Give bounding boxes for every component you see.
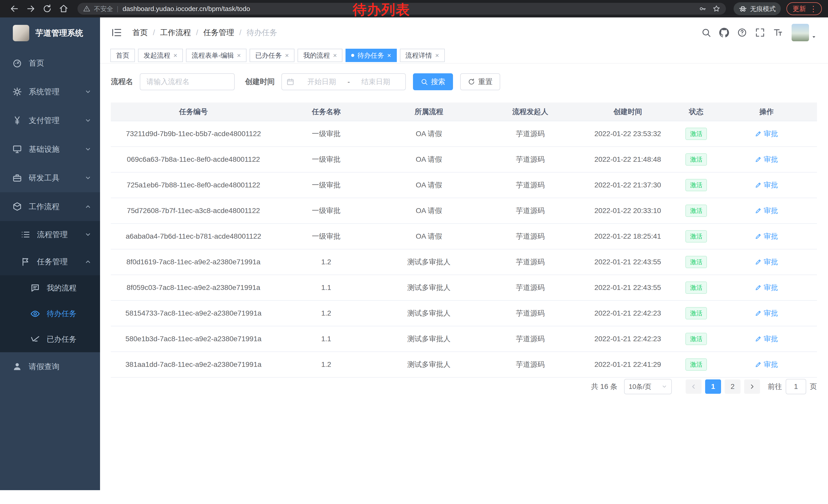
goto-page-input[interactable] bbox=[786, 379, 806, 394]
cell-status: 激活 bbox=[676, 352, 716, 377]
approve-link[interactable]: 审批 bbox=[755, 206, 778, 216]
update-button[interactable]: 更新 ⋮ bbox=[786, 2, 822, 15]
font-size-icon[interactable] bbox=[773, 28, 783, 37]
tab-4[interactable]: 我的流程× bbox=[297, 49, 342, 62]
approve-link[interactable]: 审批 bbox=[755, 334, 778, 344]
sidebar-item-task-management[interactable]: 任务管理 bbox=[0, 248, 100, 275]
sidebar-item-label: 研发工具 bbox=[29, 173, 59, 183]
date-range-picker[interactable]: 开始日期 - 结束日期 bbox=[281, 73, 406, 90]
page-size-select[interactable]: 10条/页 bbox=[624, 379, 672, 394]
monitor-icon bbox=[12, 144, 22, 154]
tab-6[interactable]: 流程详情× bbox=[400, 49, 445, 62]
tab-close-icon[interactable]: × bbox=[237, 52, 241, 59]
edit-icon bbox=[755, 131, 761, 137]
breadcrumb-item[interactable]: 首页 bbox=[132, 28, 148, 38]
sidebar-item-done-tasks[interactable]: 已办任务 bbox=[0, 327, 100, 352]
breadcrumb-current: 待办任务 bbox=[247, 28, 277, 38]
edit-icon bbox=[755, 233, 761, 240]
sidebar-collapse-icon[interactable] bbox=[111, 27, 122, 38]
search-button[interactable]: 搜索 bbox=[413, 73, 453, 90]
sidebar-item-label: 任务管理 bbox=[37, 257, 68, 267]
logo-row[interactable]: 芋道管理系统 bbox=[0, 17, 100, 49]
edit-icon bbox=[755, 259, 761, 265]
chevron-down-icon bbox=[662, 384, 667, 390]
next-page-button[interactable] bbox=[744, 379, 760, 394]
url-text[interactable]: dashboard.yudao.iocoder.cn/bpm/task/todo bbox=[123, 5, 250, 13]
tab-1[interactable]: 发起流程× bbox=[138, 49, 183, 62]
approve-link[interactable]: 审批 bbox=[755, 257, 778, 267]
fullscreen-icon[interactable] bbox=[755, 28, 765, 37]
cell-process: OA 请假 bbox=[376, 172, 482, 198]
browser-menu-icon[interactable]: ⋮ bbox=[810, 4, 817, 13]
breadcrumb-item[interactable]: 任务管理 bbox=[203, 28, 234, 38]
approve-link[interactable]: 审批 bbox=[755, 129, 778, 139]
tab-close-icon[interactable]: × bbox=[285, 52, 289, 59]
yen-icon bbox=[12, 116, 22, 125]
sidebar-item-my-process[interactable]: 我的流程 bbox=[0, 275, 100, 301]
tab-3[interactable]: 已办任务× bbox=[250, 49, 294, 62]
help-icon[interactable] bbox=[737, 28, 747, 37]
active-tab-dot bbox=[351, 54, 354, 57]
approve-link[interactable]: 审批 bbox=[755, 283, 778, 292]
start-date-placeholder[interactable]: 开始日期 bbox=[297, 77, 346, 87]
sidebar-item-devtools[interactable]: 研发工具 bbox=[0, 164, 100, 192]
cell-status: 激活 bbox=[676, 326, 716, 352]
breadcrumb-item[interactable]: 工作流程 bbox=[160, 28, 191, 38]
calendar-icon bbox=[287, 78, 294, 86]
page-button-2[interactable]: 2 bbox=[724, 379, 741, 394]
approve-link[interactable]: 审批 bbox=[755, 180, 778, 190]
avatar-caret-icon[interactable] bbox=[811, 34, 817, 40]
page-button-1[interactable]: 1 bbox=[705, 379, 721, 394]
sidebar-item-payment[interactable]: 支付管理 bbox=[0, 106, 100, 135]
table-row: 8f0d1619-7ac8-11ec-a9e2-a2380e71991a1.2测… bbox=[111, 249, 817, 275]
cell-task-name: 一级审批 bbox=[276, 147, 376, 172]
sidebar-item-home[interactable]: 首页 bbox=[0, 49, 100, 78]
cell-created: 2022-01-21 22:41:29 bbox=[579, 352, 676, 377]
sidebar-item-process-management[interactable]: 流程管理 bbox=[0, 221, 100, 248]
list-icon bbox=[20, 230, 30, 239]
cell-created: 2022-01-21 22:43:55 bbox=[579, 275, 676, 301]
home-icon[interactable] bbox=[59, 4, 68, 13]
process-name-input[interactable] bbox=[140, 73, 235, 90]
chevron-up-icon bbox=[85, 203, 91, 210]
sidebar-item-infrastructure[interactable]: 基础设施 bbox=[0, 135, 100, 164]
end-date-placeholder[interactable]: 结束日期 bbox=[351, 77, 401, 87]
col-action: 操作 bbox=[716, 102, 817, 121]
tab-0[interactable]: 首页 bbox=[110, 49, 135, 62]
create-time-label: 创建时间 bbox=[245, 77, 275, 87]
tab-2[interactable]: 流程表单-编辑× bbox=[186, 49, 247, 62]
sidebar-item-system[interactable]: 系统管理 bbox=[0, 78, 100, 106]
tab-5[interactable]: 待办任务× bbox=[345, 49, 397, 62]
search-icon[interactable] bbox=[701, 28, 711, 37]
incognito-badge: 无痕模式 bbox=[734, 2, 781, 15]
status-badge: 激活 bbox=[686, 256, 707, 268]
security-label[interactable]: 不安全 bbox=[94, 5, 113, 13]
reload-icon[interactable] bbox=[43, 4, 52, 13]
forward-icon[interactable] bbox=[26, 4, 35, 13]
cell-task-id: a6aba0a4-7b6d-11ec-b781-acde48001122 bbox=[111, 224, 276, 249]
approve-link[interactable]: 审批 bbox=[755, 360, 778, 369]
github-icon[interactable] bbox=[719, 28, 729, 37]
tab-close-icon[interactable]: × bbox=[333, 52, 337, 59]
cell-task-name: 一级审批 bbox=[276, 121, 376, 147]
approve-link[interactable]: 审批 bbox=[755, 231, 778, 241]
approve-link[interactable]: 审批 bbox=[755, 154, 778, 164]
cell-process: 测试多审批人 bbox=[376, 249, 482, 275]
password-key-icon[interactable] bbox=[699, 5, 706, 12]
prev-page-button[interactable] bbox=[686, 379, 702, 394]
update-label[interactable]: 更新 bbox=[793, 4, 806, 13]
tab-close-icon[interactable]: × bbox=[173, 52, 177, 59]
chevron-down-icon bbox=[85, 88, 91, 95]
sidebar-item-todo-tasks[interactable]: 待办任务 bbox=[0, 301, 100, 327]
sidebar-item-leave-query[interactable]: 请假查询 bbox=[0, 352, 100, 381]
table-header-row: 任务编号 任务名称 所属流程 流程发起人 创建时间 状态 操作 bbox=[111, 102, 817, 121]
back-icon[interactable] bbox=[10, 4, 19, 13]
bookmark-star-icon[interactable] bbox=[713, 5, 720, 12]
approve-link[interactable]: 审批 bbox=[755, 308, 778, 318]
avatar[interactable] bbox=[792, 24, 809, 41]
sidebar-item-workflow[interactable]: 工作流程 bbox=[0, 192, 100, 221]
tab-close-icon[interactable]: × bbox=[435, 52, 439, 59]
tab-close-icon[interactable]: × bbox=[387, 52, 391, 59]
reset-button[interactable]: 重置 bbox=[460, 73, 500, 90]
col-status: 状态 bbox=[676, 102, 716, 121]
